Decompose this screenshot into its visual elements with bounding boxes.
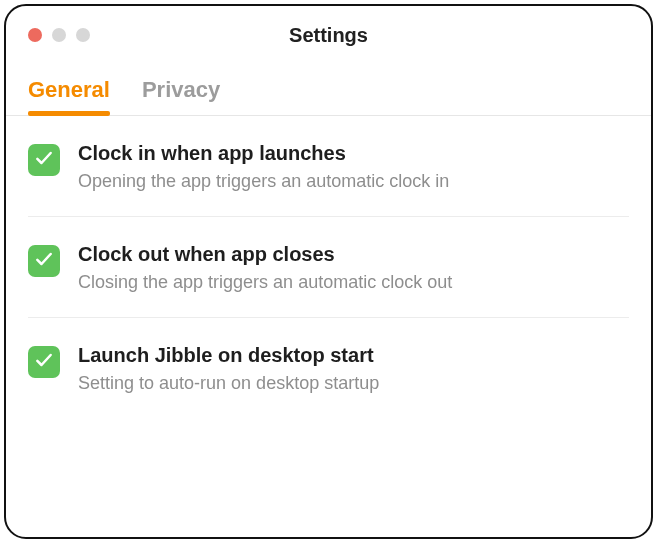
option-text: Clock out when app closes Closing the ap… <box>78 243 629 293</box>
option-title: Launch Jibble on desktop start <box>78 344 629 367</box>
tab-privacy[interactable]: Privacy <box>142 77 220 115</box>
option-desc: Setting to auto-run on desktop startup <box>78 373 629 394</box>
close-window-button[interactable] <box>28 28 42 42</box>
option-desc: Opening the app triggers an automatic cl… <box>78 171 629 192</box>
option-launch-on-start: Launch Jibble on desktop start Setting t… <box>28 318 629 418</box>
checkmark-icon <box>34 350 54 374</box>
settings-window: Settings General Privacy Clock in when a… <box>4 4 653 539</box>
option-clock-out-close: Clock out when app closes Closing the ap… <box>28 217 629 318</box>
option-text: Clock in when app launches Opening the a… <box>78 142 629 192</box>
options-list: Clock in when app launches Opening the a… <box>6 116 651 418</box>
option-desc: Closing the app triggers an automatic cl… <box>78 272 629 293</box>
checkbox-clock-in-launch[interactable] <box>28 144 60 176</box>
option-title: Clock out when app closes <box>78 243 629 266</box>
window-controls <box>28 28 90 42</box>
titlebar: Settings <box>6 6 651 57</box>
option-clock-in-launch: Clock in when app launches Opening the a… <box>28 116 629 217</box>
tab-general[interactable]: General <box>28 77 110 115</box>
maximize-window-button[interactable] <box>76 28 90 42</box>
window-title: Settings <box>26 24 631 47</box>
tabs: General Privacy <box>6 57 651 116</box>
option-title: Clock in when app launches <box>78 142 629 165</box>
checkbox-clock-out-close[interactable] <box>28 245 60 277</box>
checkmark-icon <box>34 148 54 172</box>
option-text: Launch Jibble on desktop start Setting t… <box>78 344 629 394</box>
checkbox-launch-on-start[interactable] <box>28 346 60 378</box>
minimize-window-button[interactable] <box>52 28 66 42</box>
checkmark-icon <box>34 249 54 273</box>
